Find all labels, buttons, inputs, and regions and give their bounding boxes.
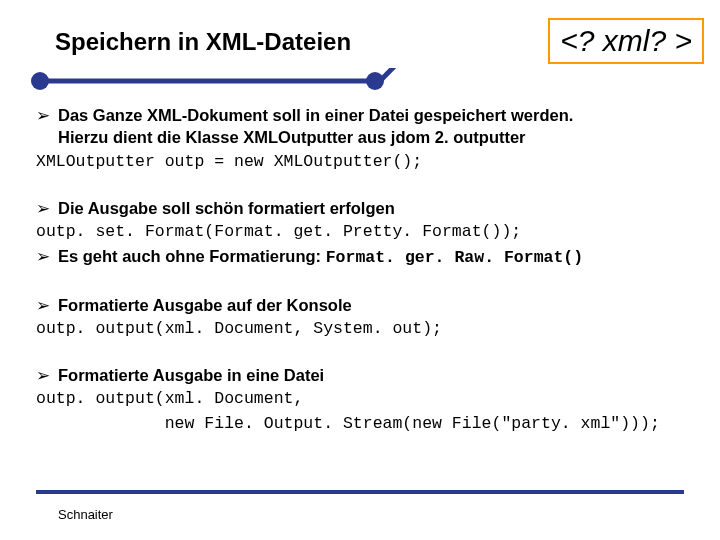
xml-badge: <? xml? > <box>548 18 704 64</box>
slide-header: Speichern in XML-Dateien <? xml? > <box>0 18 720 78</box>
bullet-item: ➢ Es geht auch ohne Formatierung: Format… <box>36 245 686 269</box>
bullet-arrow-icon: ➢ <box>36 294 50 316</box>
title-underline-icon <box>30 68 580 94</box>
bullet-arrow-icon: ➢ <box>36 245 50 267</box>
bullet-arrow-icon: ➢ <box>36 364 50 386</box>
code-line: outp. output(xml. Document, <box>36 388 686 410</box>
slide: Speichern in XML-Dateien <? xml? > ➢ Das… <box>0 0 720 540</box>
bullet-text: Es geht auch ohne Formatierung: <box>58 247 326 265</box>
bullet-item: ➢ Formatierte Ausgabe auf der Konsole <box>36 294 686 316</box>
bullet-arrow-icon: ➢ <box>36 104 50 126</box>
bullet-text: Die Ausgabe soll schön formatiert erfolg… <box>58 199 395 217</box>
bullet-text: Formatierte Ausgabe in eine Datei <box>58 366 324 384</box>
bullet-item: ➢ Das Ganze XML-Dokument soll in einer D… <box>36 104 686 149</box>
slide-body: ➢ Das Ganze XML-Dokument soll in einer D… <box>36 100 686 435</box>
code-line: new File. Output. Stream(new File("party… <box>36 413 686 435</box>
svg-line-3 <box>380 68 430 81</box>
bullet-item: ➢ Formatierte Ausgabe in eine Datei <box>36 364 686 386</box>
footer-divider <box>36 490 684 494</box>
bullet-item: ➢ Die Ausgabe soll schön formatiert erfo… <box>36 197 686 219</box>
bullet-text: Das Ganze XML-Dokument soll in einer Dat… <box>58 106 573 124</box>
bullet-text: Hierzu dient die Klasse XMLOutputter aus… <box>58 126 686 148</box>
code-line: outp. set. Format(Format. get. Pretty. F… <box>36 221 686 243</box>
slide-title: Speichern in XML-Dateien <box>55 28 351 56</box>
footer-author: Schnaiter <box>58 507 113 522</box>
code-line: outp. output(xml. Document, System. out)… <box>36 318 686 340</box>
inline-code: Format. ger. Raw. Format() <box>326 248 583 267</box>
bullet-arrow-icon: ➢ <box>36 197 50 219</box>
bullet-text: Formatierte Ausgabe auf der Konsole <box>58 296 352 314</box>
code-line: XMLOutputter outp = new XMLOutputter(); <box>36 151 686 173</box>
